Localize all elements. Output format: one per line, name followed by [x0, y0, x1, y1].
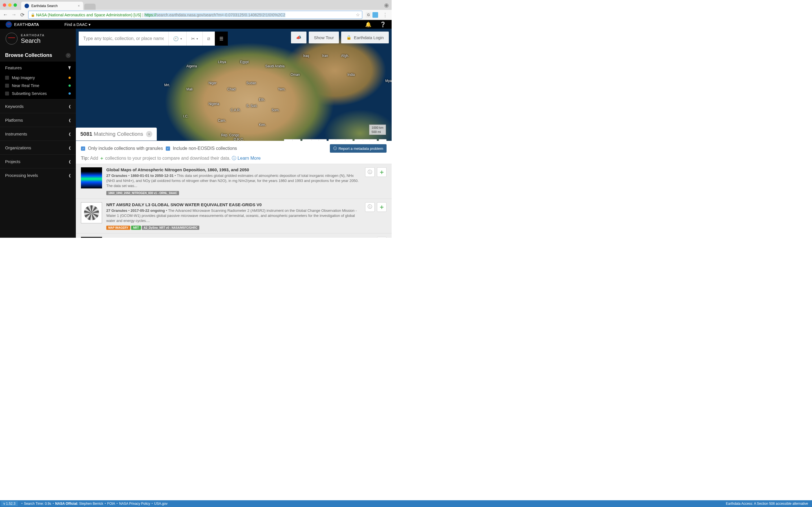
- reload-button[interactable]: ⟳: [20, 12, 25, 18]
- map-viewport[interactable]: IraqIranAfgh.AlgeriaLibyaEgyptSaudi Arab…: [76, 29, 392, 238]
- result-thumbnail: [81, 237, 102, 238]
- show-tour-button[interactable]: Show Tour: [309, 32, 339, 43]
- checkbox[interactable]: [5, 76, 9, 80]
- find-daac-dropdown[interactable]: Find a DAAC ▾: [64, 22, 91, 27]
- hamburger-icon: ☰: [219, 36, 223, 41]
- search-toolbar: 🕘▾ ✂▾ ⧄ ☰ 📣 Show Tour 🔒Earthdata Login: [79, 32, 389, 46]
- chevron-left-icon: [69, 170, 71, 180]
- facet-features[interactable]: Features: [0, 61, 76, 74]
- clear-button[interactable]: ⧄: [202, 32, 214, 46]
- maximize-window-icon[interactable]: [13, 3, 17, 7]
- result-badges: 1860_1993_2050_NITROGEN_830 v1 - ORNL_DA…: [106, 190, 361, 195]
- extension-icon[interactable]: [372, 12, 378, 18]
- report-problem-button[interactable]: ⓘ Report a metadata problem: [330, 144, 387, 153]
- collapse-icon[interactable]: ▾: [146, 131, 152, 137]
- facet-label: Processing levels: [5, 173, 38, 178]
- facet-label: Keywords: [5, 104, 24, 109]
- login-button[interactable]: 🔒Earthdata Login: [341, 32, 389, 43]
- crop-icon: ✂: [191, 36, 195, 41]
- bookmark-icon[interactable]: ☆: [356, 12, 360, 17]
- info-button[interactable]: ⓘ: [365, 202, 375, 212]
- app-subtitle: EARTHDATA: [21, 34, 45, 37]
- results-count-tab[interactable]: 5081 Matching Collections ▾: [76, 128, 157, 140]
- checkbox[interactable]: [5, 92, 9, 96]
- temporal-button[interactable]: 🕘▾: [168, 32, 186, 46]
- close-tab-icon[interactable]: ×: [78, 4, 80, 8]
- search-input[interactable]: [79, 32, 168, 46]
- chevron-left-icon: [69, 101, 71, 111]
- result-description: 27 Granules • 1860-01-01 to 2050-12-31 •…: [106, 173, 361, 189]
- close-browse-icon[interactable]: ✕: [66, 53, 71, 58]
- chevron-left-icon: [69, 115, 71, 125]
- info-icon: ⓘ: [368, 204, 372, 210]
- new-tab-button[interactable]: [84, 4, 96, 10]
- feature-dot-icon: [68, 76, 71, 79]
- result-item[interactable]: ⓘ: [76, 233, 392, 238]
- help-icon[interactable]: ❔: [380, 21, 386, 27]
- result-list: Global Maps of Atmospheric Nitrogen Depo…: [76, 164, 392, 238]
- result-badge: NRT: [131, 226, 141, 230]
- feature-list: Map Imagery Near Real Time Subsetting Se…: [0, 74, 76, 99]
- browser-menu-icon[interactable]: ⋮: [382, 12, 389, 18]
- feature-item[interactable]: Near Real Time: [0, 82, 76, 90]
- checkbox[interactable]: [5, 83, 9, 88]
- extension-icon[interactable]: G: [366, 12, 371, 18]
- browser-tab[interactable]: Earthdata Search ×: [21, 2, 83, 10]
- info-icon: ⓘ: [232, 156, 236, 161]
- browse-heading: Browse Collections: [5, 52, 52, 58]
- chevron-left-icon: [69, 143, 71, 153]
- facet-row[interactable]: Keywords: [0, 99, 76, 113]
- tour-announce-button[interactable]: 📣: [291, 32, 306, 43]
- info-icon: ⓘ: [368, 169, 372, 175]
- app-header: EARTHDATA Search: [0, 29, 76, 50]
- granules-checkbox[interactable]: ✓: [81, 147, 85, 151]
- spatial-button[interactable]: ✂▾: [186, 32, 202, 46]
- cert-org: NASA (National Aeronautics and Space Adm…: [36, 13, 141, 17]
- feature-label: Subsetting Services: [12, 91, 47, 96]
- map-scale: 1000 km 500 mi: [369, 124, 386, 135]
- url-input[interactable]: 🔒 NASA (National Aeronautics and Space A…: [28, 11, 362, 19]
- facet-row[interactable]: Organizations: [0, 140, 76, 154]
- result-description: 27 Granules • 2017-05-22 ongoing • The A…: [106, 208, 361, 224]
- facet-row[interactable]: Platforms: [0, 113, 76, 127]
- sidebar: EARTHDATA Search Browse Collections ✕ Fe…: [0, 29, 76, 238]
- window-controls: [3, 3, 17, 7]
- brand-name: EARTHDATA: [14, 22, 39, 27]
- result-item[interactable]: NRT AMSR2 DAILY L3 GLOBAL SNOW WATER EQU…: [76, 199, 392, 234]
- eosdis-checkbox[interactable]: ✓: [166, 147, 170, 151]
- result-thumbnail: [81, 167, 102, 188]
- address-bar: ← → ⟳ 🔒 NASA (National Aeronautics and S…: [0, 10, 392, 20]
- facet-row[interactable]: Instruments: [0, 127, 76, 140]
- app-title: Search: [21, 37, 45, 45]
- bell-icon[interactable]: 🔔: [365, 21, 371, 27]
- result-title: NRT AMSR2 DAILY L3 GLOBAL SNOW WATER EQU…: [106, 202, 361, 207]
- feature-item[interactable]: Subsetting Services: [0, 90, 76, 98]
- minimize-window-icon[interactable]: [8, 3, 11, 7]
- result-badge: MAP IMAGERY: [106, 226, 130, 230]
- result-item[interactable]: Global Maps of Atmospheric Nitrogen Depo…: [76, 164, 392, 199]
- caret-down-icon: ▾: [181, 37, 182, 40]
- clock-icon: 🕘: [173, 36, 179, 41]
- toolbar-menu-button[interactable]: ☰: [214, 32, 228, 46]
- back-button[interactable]: ←: [3, 12, 8, 18]
- result-badge: 1860_1993_2050_NITROGEN_830 v1 - ORNL_DA…: [106, 191, 179, 195]
- info-icon: ⓘ: [333, 146, 337, 151]
- close-window-icon[interactable]: [3, 3, 6, 7]
- feature-item[interactable]: Map Imagery: [0, 74, 76, 82]
- browser-tab-bar: Earthdata Search × ◉: [0, 0, 392, 10]
- nasa-logo-icon: [6, 21, 12, 27]
- user-icon[interactable]: ◉: [384, 2, 389, 8]
- feature-label: Near Real Time: [12, 83, 39, 88]
- feature-dot-icon: [68, 84, 71, 87]
- chevron-down-icon: [68, 63, 71, 72]
- add-to-project-button[interactable]: ＋: [377, 202, 387, 212]
- learn-more-link[interactable]: Learn More: [238, 156, 261, 161]
- forward-button[interactable]: →: [11, 12, 16, 18]
- add-to-project-button[interactable]: ＋: [377, 167, 387, 177]
- tip-row: Tip: Add ＋ collections to your project t…: [81, 156, 387, 161]
- info-button[interactable]: ⓘ: [365, 167, 375, 177]
- facet-row[interactable]: Processing levels: [0, 168, 76, 182]
- facet-row[interactable]: Projects: [0, 154, 76, 168]
- caret-down-icon: ▾: [197, 37, 198, 40]
- info-button[interactable]: ⓘ: [377, 237, 387, 238]
